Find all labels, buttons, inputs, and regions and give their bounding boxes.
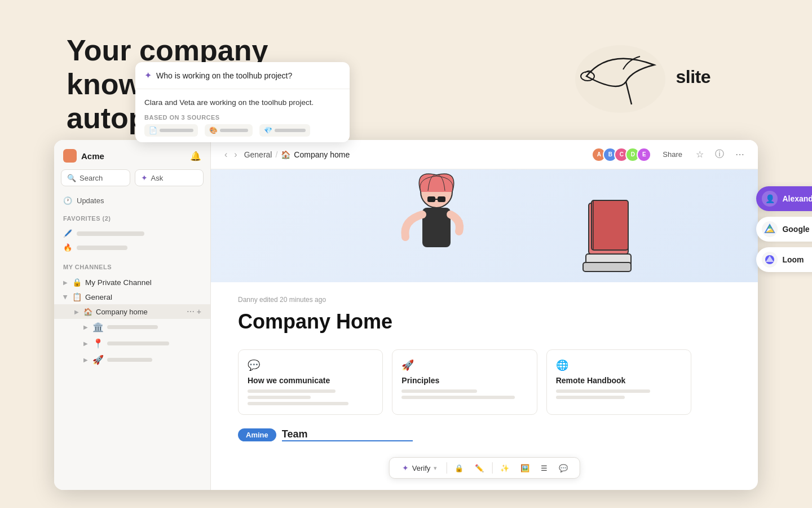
- favorites-section: 🖊️ 🔥: [54, 224, 210, 257]
- card-line-p1: [401, 389, 477, 393]
- google-drive-icon: [762, 221, 778, 237]
- hero-banner: [211, 169, 758, 282]
- bubble-loom: Loom: [756, 247, 812, 272]
- sub-line-2: [107, 325, 158, 329]
- card-remote-handbook[interactable]: 🌐 Remote Handbook: [546, 349, 691, 415]
- toolbar-ai-button[interactable]: ✨: [496, 462, 514, 475]
- channel-my-private[interactable]: ▶ 🔒 My Private Channel: [54, 275, 210, 290]
- sub-channel-company-home[interactable]: ▶ 🏠 Company home ⋯ +: [54, 304, 210, 319]
- svg-rect-4: [427, 196, 435, 202]
- ask-button[interactable]: ✦ Ask: [135, 169, 204, 186]
- edit-icon: ✏️: [475, 464, 484, 472]
- fav-icon-2: 🔥: [63, 243, 72, 252]
- team-input[interactable]: [282, 428, 413, 441]
- card-line-r2: [556, 396, 625, 399]
- toolbar-comment-button[interactable]: 💬: [554, 462, 572, 475]
- source-icon-2: 🎨: [209, 126, 218, 134]
- toolbar-lock-button[interactable]: 🔒: [450, 462, 468, 475]
- add-icon[interactable]: +: [197, 307, 201, 316]
- card-line-1: [248, 389, 336, 393]
- info-icon[interactable]: ⓘ: [713, 146, 726, 163]
- star-icon[interactable]: ☆: [694, 147, 706, 162]
- svg-rect-10: [583, 262, 631, 271]
- channel-general[interactable]: ▶ 📋 General: [54, 290, 210, 304]
- plane-illustration: [564, 31, 677, 129]
- workspace-name: Acme: [81, 151, 104, 161]
- source-line-3: [275, 129, 306, 132]
- toolbar-separator-1: [446, 462, 447, 474]
- expand-icon-company-home: ▶: [74, 309, 79, 315]
- document-area: Danny edited 20 minutes ago Company Home…: [211, 169, 758, 490]
- sub-icon-3: 📍: [92, 338, 104, 349]
- more-icon[interactable]: ⋯: [187, 307, 195, 316]
- card-lines-remote: [556, 389, 682, 399]
- toolbar-edit-button[interactable]: ✏️: [470, 462, 488, 475]
- cards-row: 💬 How we communicate 🚀 Principles: [238, 349, 691, 415]
- search-ask-row: 🔍 Search ✦ Ask: [54, 169, 210, 193]
- search-label: Search: [80, 174, 103, 182]
- sub-line-3: [107, 341, 169, 345]
- topbar-right: A B C D E Share ☆ ⓘ ⋯: [592, 146, 747, 163]
- ai-query-text: Who is working on the toolhub project?: [156, 71, 292, 80]
- private-channel-icon: 🔒: [72, 278, 82, 287]
- sub-channel-item-4[interactable]: ▶ 🚀: [54, 352, 210, 368]
- ai-sources-label: BASED ON 3 SOURCES: [144, 114, 341, 121]
- verify-chevron-icon: ▾: [434, 465, 437, 472]
- more-options-icon[interactable]: ⋯: [733, 147, 747, 162]
- sub-channel-item-2[interactable]: ▶ 🏛️: [54, 319, 210, 335]
- sub-channel-item-3[interactable]: ▶ 📍: [54, 335, 210, 352]
- breadcrumb-general[interactable]: General: [244, 150, 272, 159]
- sidebar: Acme 🔔 🔍 Search ✦ Ask 🕐 Updates FAVORITE…: [54, 140, 211, 490]
- favorite-item-2[interactable]: 🔥: [54, 240, 210, 255]
- topbar: ‹ › General / 🏠 Company home A B C D E S…: [211, 140, 758, 169]
- share-button[interactable]: Share: [658, 148, 687, 161]
- general-channel-name: General: [85, 293, 112, 301]
- source-line-2: [220, 129, 248, 132]
- hero-books-illustration: [555, 192, 656, 282]
- card-title-remote: Remote Handbook: [556, 376, 682, 385]
- source-line-1: [160, 129, 193, 132]
- svg-rect-8: [592, 200, 628, 250]
- breadcrumb-current[interactable]: Company home: [294, 150, 350, 159]
- clock-icon: 🕐: [63, 196, 72, 205]
- expand-icon-4: ▶: [83, 357, 88, 363]
- ai-source-2[interactable]: 🎨: [205, 124, 253, 137]
- doc-content: Danny edited 20 minutes ago Company Home…: [211, 282, 718, 468]
- search-button[interactable]: 🔍 Search: [61, 169, 130, 186]
- list-icon: ☰: [541, 464, 548, 472]
- workspace-selector[interactable]: Acme: [63, 149, 104, 163]
- search-icon: 🔍: [67, 174, 76, 182]
- forward-arrow-icon[interactable]: ›: [232, 148, 239, 161]
- ai-source-3[interactable]: 💎: [259, 124, 310, 137]
- app-window: Acme 🔔 🔍 Search ✦ Ask 🕐 Updates FAVORITE…: [54, 140, 758, 490]
- loom-label: Loom: [782, 255, 804, 264]
- ai-sparkle-icon: ✨: [500, 464, 509, 472]
- notifications-bell-icon[interactable]: 🔔: [190, 151, 201, 161]
- channels-list: ▶ 🔒 My Private Channel ▶ 📋 General ▶ 🏠 C…: [54, 273, 210, 370]
- card-line-p2: [401, 396, 515, 399]
- toolbar-list-button[interactable]: ☰: [536, 462, 552, 475]
- ai-query-sparkle-icon: ✦: [144, 70, 152, 81]
- hero-person-illustration: [380, 169, 493, 282]
- updates-item[interactable]: 🕐 Updates: [54, 193, 210, 208]
- toolbar-image-button[interactable]: 🖼️: [516, 462, 534, 475]
- my-channels-label: MY CHANNELS: [54, 257, 210, 273]
- back-arrow-icon[interactable]: ‹: [222, 148, 230, 161]
- slite-logo: slite: [676, 67, 710, 87]
- image-icon: 🖼️: [520, 464, 529, 472]
- favorite-item-1[interactable]: 🖊️: [54, 226, 210, 240]
- ai-query-row: ✦ Who is working on the toolhub project?: [135, 62, 350, 89]
- verify-button[interactable]: ✦ Verify ▾: [396, 461, 443, 475]
- general-channel-icon: 📋: [72, 292, 82, 301]
- card-icon-principles: 🚀: [401, 359, 527, 371]
- card-how-we-communicate[interactable]: 💬 How we communicate: [238, 349, 383, 415]
- updates-label: Updates: [77, 196, 104, 205]
- ai-source-1[interactable]: 📄: [144, 124, 198, 137]
- expand-icon-private: ▶: [63, 279, 68, 286]
- card-principles[interactable]: 🚀 Principles: [392, 349, 537, 415]
- expand-icon-general: ▶: [63, 295, 69, 299]
- team-section: Amine: [238, 428, 691, 441]
- sub-icon-4: 🚀: [92, 354, 104, 365]
- expand-icon-2: ▶: [83, 324, 88, 330]
- team-badge-amine[interactable]: Amine: [238, 428, 276, 441]
